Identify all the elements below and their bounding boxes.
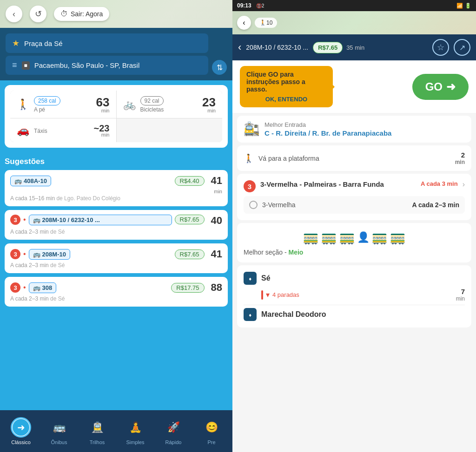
route-time-2: 40 [211,215,222,227]
bottom-nav: ➜ Clássico 🚌 Ônibus 🚊 Trilhos 🧘 Simples … [0,410,232,452]
walk-unit: min [101,108,110,113]
stairs-icon: 🚶 [244,153,254,164]
bus-badge-3: 🚌 208M-10 [29,249,70,260]
nav-classico-label: Clássico [11,439,31,445]
price-time: R$7.65 35 min [313,42,364,53]
bus-icon-2: 🚌 [33,216,40,223]
search-section: ★ Praça da Sé ≡ ■ Pacaembu, São Paulo - … [0,28,232,80]
time-label: Sair: Agora [71,10,103,18]
right-panel: 09:13 📵2 📶 🔋 ‹ 🚶10 ‹ 208M-10 / 6232-10 .… [232,0,476,452]
empty-cell [117,118,223,142]
best-entry-label: Melhor Entrada [264,121,391,128]
route-card-3[interactable]: 3 • 🚌 208M-10 R$7.65 41 A cada 2–3 min d… [5,243,228,273]
walk-calories: 258 cal [34,96,60,105]
route-time-1: 41 [211,175,222,187]
metro-section: 3 3-Vermelha - Palmeiras - Barra Funda A… [237,174,471,220]
trilhos-icon: 🚊 [87,417,107,438]
nav-onibus-label: Ônibus [51,439,67,445]
battery-icon: 🔋 [465,3,471,9]
destination-row[interactable]: ≡ ■ Pacaembu, São Paulo - SP, Brasil [6,56,208,75]
stops-time: 7 [461,288,465,295]
refresh-button[interactable]: ↺ [30,6,46,22]
bus-badge-2: 🚌 208M-10 / 6232-10 ... [29,215,172,225]
share-button[interactable]: ↗ [454,39,470,56]
metro-badge-4: 3 [10,282,20,293]
notification-icon: 📵2 [256,3,264,8]
origin-row[interactable]: ★ Praça da Sé [6,33,208,53]
route-card-2[interactable]: 3 • 🚌 208M-10 / 6232-10 ... R$7.65 40 A … [5,210,228,240]
stops-unit: min [456,295,465,302]
stops-line [261,290,263,300]
go-arrow-icon: ➜ [446,80,456,93]
route-card-1[interactable]: 🚌 408A-10 R$4.40 41 min A cada 15–16 min… [5,170,228,206]
bike-unit: min [207,108,216,113]
nav-classico[interactable]: ➜ Clássico [5,417,37,445]
walk-option[interactable]: 🚶 258 cal A pé 63 min [10,91,116,118]
back-button[interactable]: ‹ [6,6,22,22]
clock-icon: ⏱ [60,10,68,18]
tooltip-text: Clique GO para instruções passo a passo. [246,71,326,93]
nav-rapido[interactable]: 🚀 Rápido [157,417,190,445]
nav-trilhos-label: Trilhos [90,439,105,445]
bike-option[interactable]: 🚲 92 cal Bicicletas 23 min [117,91,223,118]
favorite-button[interactable]: ☆ [432,39,449,56]
suggestions-title: Sugestões [5,157,228,166]
nav-pre[interactable]: 😊 Pre [195,417,228,445]
entry-icon: 🚉 [244,121,260,137]
train-section: 🚃 🚃 🚃 👤 🚃 🚃 Melhor seção - Meio [237,223,471,262]
taxi-option[interactable]: 🚗 Táxis ~23 min [10,118,116,142]
route-card-4[interactable]: 3 • 🚌 308 R$17.75 88 A cada 2–3 min de S… [5,277,228,307]
chevron-down-icon: ▾ [266,290,270,299]
bike-label: Bicicletas [140,106,164,113]
go-button[interactable]: GO ➜ [412,74,469,100]
freq-time: A cada 2–3 min [412,201,459,209]
time-selector[interactable]: ⏱ Sair: Agora [54,7,109,21]
walk-icon: 🚶 [17,98,29,111]
status-bar: 09:13 📵2 📶 🔋 [232,0,476,11]
end-station-name: Marechal Deodoro [261,310,326,319]
user-badge: 🚶10 [255,18,277,28]
taxi-unit: min [101,132,110,138]
nav-simples[interactable]: 🧘 Simples [119,417,152,445]
bike-icon: 🚲 [123,98,136,111]
stops-label: 4 paradas [272,291,299,298]
metro-line-circle: 3 [244,180,256,192]
star-icon: ★ [12,38,20,48]
simples-icon: 🧘 [125,417,145,438]
bus-icon-3: 🚌 [33,251,40,258]
train-car-3: 🚃 [371,229,388,245]
price-badge-3: R$7.65 [175,249,205,259]
price-badge-1: R$4.40 [175,176,205,186]
nav-trilhos[interactable]: 🚊 Trilhos [81,417,113,445]
metro-badge-3: 3 [10,249,20,259]
train-section-value: Meio [288,249,303,256]
right-map-strip: ‹ 🚶10 [232,11,476,34]
go-section: Clique GO para instruções passo a passo.… [232,60,476,113]
price-badge-4: R$17.75 [171,283,204,293]
route-subtitle-1: A cada 15–16 min de Lgo. Pateo Do Colégi… [10,195,222,202]
stops-row[interactable]: ▾ 4 paradas 7 min [261,288,465,302]
onibus-icon: 🚌 [49,417,69,438]
chevron-right-icon[interactable]: › [463,180,465,189]
nav-onibus[interactable]: 🚌 Ônibus [43,417,75,445]
bus-badge-1: 🚌 408A-10 [10,176,51,186]
wifi-icon: 📶 [456,3,463,9]
best-entry-value: C - R. Direita / R. Br. de Paranapiacaba [264,129,391,137]
route-subtitle-2: A cada 2–3 min de Sé [10,229,222,235]
nav-simples-label: Simples [126,439,144,445]
metro-line-name: 3-Vermelha - Palmeiras - Barra Funda [260,180,416,188]
swap-button[interactable]: ⇅ [212,60,227,75]
suggestions-list: 🚌 408A-10 R$4.40 41 min A cada 15–16 min… [0,170,232,410]
nav-rapido-label: Rápido [165,439,182,445]
start-station-name: Sé [261,274,271,282]
origin-label: Praça da Sé [24,39,63,47]
route-price: R$7.65 [313,42,343,53]
end-station-icon: ⬧ [244,308,257,321]
route-unit-1: min [214,189,222,194]
pre-icon: 😊 [201,417,222,438]
route-back-btn[interactable]: ‹ [238,41,241,53]
tooltip-ok-btn[interactable]: OK, ENTENDO [246,96,326,103]
suggestions-section: Sugestões [0,152,232,170]
right-back-btn[interactable]: ‹ [237,16,251,30]
menu-icon: ≡ [12,60,17,70]
